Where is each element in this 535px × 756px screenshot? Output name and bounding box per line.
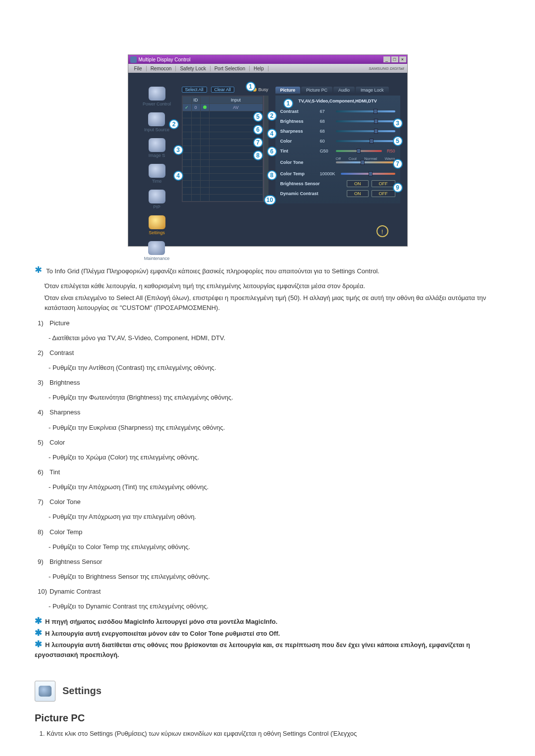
menu-remocon[interactable]: Remocon xyxy=(147,66,176,71)
brand-label: SAMSUNG DIGITall xyxy=(369,66,404,71)
sidebar-item-pip[interactable]: PIP xyxy=(149,190,165,209)
table-row[interactable] xyxy=(182,146,263,153)
col-input: Input xyxy=(209,97,263,104)
brightness-value: 68 xyxy=(320,119,333,124)
table-row[interactable] xyxy=(182,132,263,139)
callout-3-sidebar: 3 xyxy=(173,145,183,155)
col-check xyxy=(182,97,191,104)
contrast-row: Contrast 67 xyxy=(280,106,395,116)
tab-picture-pc[interactable]: Picture PC xyxy=(301,87,332,94)
section-icon xyxy=(35,681,55,702)
table-row[interactable] xyxy=(182,188,263,195)
infogrid-text: Το Info Grid (Πλέγμα Πληροφοριών) εμφανί… xyxy=(46,266,379,276)
menu-help[interactable]: Help xyxy=(250,66,268,71)
menubar: File Remocon Safety Lock Port Selection … xyxy=(128,64,407,73)
tone-off: Off xyxy=(336,156,341,161)
callout-8: 8 xyxy=(253,151,263,160)
col-status xyxy=(200,97,209,104)
dynamic-contrast-off[interactable]: OFF xyxy=(372,190,395,197)
brightness-label: Brightness xyxy=(280,119,317,124)
callout-7-right: 7 xyxy=(393,159,403,169)
brightness-sensor-off[interactable]: OFF xyxy=(372,180,395,187)
callout-6-tint: 6 xyxy=(267,147,277,156)
subheading: Picture PC xyxy=(35,712,500,724)
color-temp-slider[interactable] xyxy=(341,173,395,175)
controls-area: Picture Picture PC Audio Image Lock TV,A… xyxy=(275,87,400,239)
table-row[interactable] xyxy=(182,118,263,125)
callout-5: 5 xyxy=(253,112,263,122)
color-temp-value: 10000K xyxy=(320,171,338,176)
callout-2-sidebar: 2 xyxy=(169,119,179,129)
menu-safety-lock[interactable]: Safety Lock xyxy=(176,66,210,71)
callout-2: 2 xyxy=(267,111,277,121)
contrast-slider[interactable] xyxy=(336,110,395,112)
sidebar-item-maintenance[interactable]: Maintenance xyxy=(144,241,170,261)
info-grid[interactable]: ID Input ✓ 0 AV xyxy=(182,96,264,202)
sharpness-slider[interactable] xyxy=(336,130,395,132)
section-settings: Settings Picture PC Κάντε κλικ στο Setti… xyxy=(35,681,500,739)
table-row[interactable] xyxy=(182,139,263,146)
sidebar-item-power-control[interactable]: Power Control xyxy=(143,87,171,106)
brightness-sensor-label: Brightness Sensor xyxy=(280,181,330,186)
maximize-button[interactable]: □ xyxy=(391,56,398,62)
callout-7: 7 xyxy=(253,138,263,148)
minimize-button[interactable]: _ xyxy=(383,56,390,62)
callout-1-tabs: 1 xyxy=(283,99,293,108)
tint-r-label: R50 xyxy=(387,149,395,153)
brightness-sensor-on[interactable]: ON xyxy=(347,180,369,187)
callout-1-grid: 1 xyxy=(246,82,256,92)
clear-all-button[interactable]: Clear All xyxy=(211,87,235,93)
color-value: 60 xyxy=(320,139,333,144)
tone-cool: Cool xyxy=(348,156,356,161)
color-slider[interactable] xyxy=(336,140,395,142)
tab-image-lock[interactable]: Image Lock xyxy=(356,87,389,94)
table-row[interactable] xyxy=(182,174,263,181)
tint-slider[interactable] xyxy=(336,150,382,152)
sidebar-item-input-source[interactable]: Input Source 2 xyxy=(144,112,169,132)
contrast-value: 67 xyxy=(320,109,333,114)
menu-port-selection[interactable]: Port Selection xyxy=(211,66,250,71)
document-body: ✱ Το Info Grid (Πλέγμα Πληροφοριών) εμφα… xyxy=(35,266,500,660)
sidebar-item-time[interactable]: Time 4 xyxy=(149,164,165,184)
time-icon xyxy=(149,164,165,178)
tab-audio[interactable]: Audio xyxy=(333,87,355,94)
app-window: Multiple Display Control _ □ × File Remo… xyxy=(128,54,408,247)
table-row[interactable] xyxy=(182,167,263,174)
select-all-button[interactable]: Select All xyxy=(182,87,207,93)
color-row: Color 60 xyxy=(280,136,395,146)
pip-icon xyxy=(149,190,165,203)
sidebar-item-settings[interactable]: Settings xyxy=(149,215,165,235)
close-button[interactable]: × xyxy=(399,56,406,62)
color-tone-slider[interactable] xyxy=(336,161,395,163)
tone-normal: Normal xyxy=(364,156,377,161)
sharpness-label: Sharpness xyxy=(280,129,317,134)
note-2: ✱Η λειτουργία αυτή ενεργοποιείται μόνον … xyxy=(35,629,500,639)
table-row[interactable] xyxy=(182,181,263,188)
callout-3-right: 3 xyxy=(393,118,403,128)
tabs: Picture Picture PC Audio Image Lock xyxy=(275,87,400,94)
app-icon xyxy=(130,56,137,63)
table-row[interactable] xyxy=(182,125,263,132)
sidebar-item-image-s[interactable]: Image S 3 xyxy=(149,138,165,158)
gear-icon xyxy=(39,686,52,697)
check-icon: ✓ xyxy=(185,105,189,110)
contrast-label: Contrast xyxy=(280,109,317,114)
table-row[interactable] xyxy=(182,153,263,160)
dynamic-contrast-on[interactable]: ON xyxy=(347,190,369,197)
table-row[interactable] xyxy=(182,160,263,167)
brightness-slider[interactable] xyxy=(336,120,395,122)
callout-6: 6 xyxy=(253,125,263,135)
tab-picture[interactable]: Picture xyxy=(275,87,301,94)
color-tone-row: Color Tone Off Cool Normal Warm xyxy=(280,156,395,169)
color-label: Color xyxy=(280,139,317,144)
callout-10: 10 xyxy=(264,195,276,205)
table-row[interactable]: ✓ 0 AV xyxy=(182,104,263,111)
info-grid-area: Select All Clear All Busy ID Input xyxy=(182,87,268,239)
table-row[interactable] xyxy=(182,111,263,118)
dynamic-contrast-label: Dynamic Contrast xyxy=(280,191,330,196)
window-title: Multiple Display Control xyxy=(139,57,191,62)
menu-file[interactable]: File xyxy=(130,66,147,71)
status-led-icon xyxy=(203,105,207,109)
star-icon: ✱ xyxy=(35,616,42,626)
table-row[interactable] xyxy=(182,195,263,202)
